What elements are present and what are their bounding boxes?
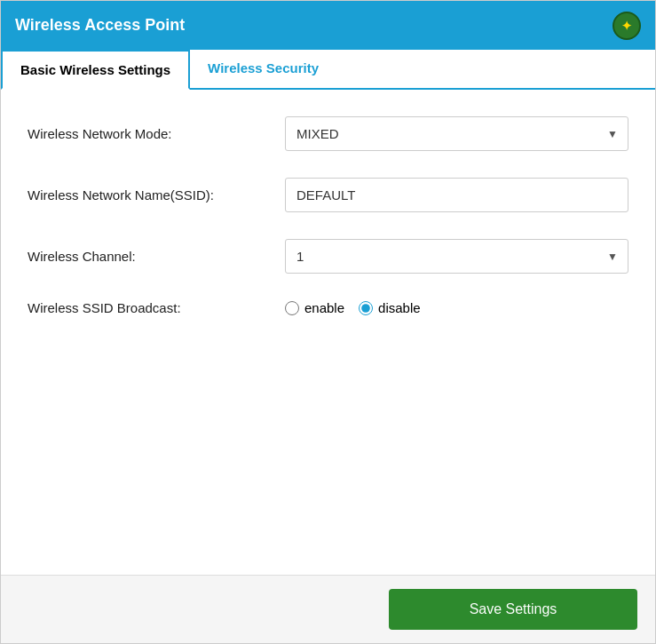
wireless-channel-wrapper: 1 2 3 4 5 6 7 8 9 10 11 [285, 239, 628, 274]
ssid-broadcast-disable-text: disable [378, 300, 421, 315]
ssid-broadcast-enable-text: enable [304, 300, 344, 315]
ssid-broadcast-disable-label[interactable]: disable [359, 300, 421, 315]
wireless-network-mode-control: MIXED B-Only G-Only N-Only Disabled [285, 116, 628, 151]
wireless-channel-label: Wireless Channel: [28, 249, 285, 264]
wireless-network-name-input[interactable] [285, 178, 628, 212]
wireless-network-name-row: Wireless Network Name(SSID): [28, 178, 628, 212]
ssid-broadcast-disable-radio[interactable] [359, 301, 373, 315]
wireless-network-mode-label: Wireless Network Mode: [28, 126, 285, 141]
form-content: Wireless Network Mode: MIXED B-Only G-On… [1, 90, 655, 575]
tab-bar: Basic Wireless Settings Wireless Securit… [1, 50, 655, 90]
title-bar: Wireless Access Point [1, 1, 655, 50]
wireless-network-name-control [285, 178, 628, 212]
tab-wireless-security[interactable]: Wireless Security [190, 50, 336, 88]
wireless-channel-control: 1 2 3 4 5 6 7 8 9 10 11 [285, 239, 628, 274]
wireless-network-mode-wrapper: MIXED B-Only G-Only N-Only Disabled [285, 116, 628, 151]
wireless-ssid-broadcast-control: enable disable [285, 300, 628, 315]
wireless-ssid-broadcast-radio-group: enable disable [285, 300, 628, 315]
window-title: Wireless Access Point [15, 16, 185, 35]
close-button[interactable] [613, 12, 641, 40]
wireless-channel-select[interactable]: 1 2 3 4 5 6 7 8 9 10 11 [285, 239, 628, 274]
footer: Save Settings [1, 575, 655, 643]
ssid-broadcast-enable-label[interactable]: enable [285, 300, 344, 315]
save-settings-button[interactable]: Save Settings [389, 589, 637, 630]
wireless-channel-row: Wireless Channel: 1 2 3 4 5 6 7 8 9 10 1… [28, 239, 628, 274]
wireless-network-mode-row: Wireless Network Mode: MIXED B-Only G-On… [28, 116, 628, 151]
tab-basic-wireless-settings[interactable]: Basic Wireless Settings [1, 50, 190, 90]
ssid-broadcast-enable-radio[interactable] [285, 301, 299, 315]
wireless-ssid-broadcast-row: Wireless SSID Broadcast: enable disable [28, 300, 628, 315]
wireless-ssid-broadcast-label: Wireless SSID Broadcast: [28, 300, 285, 315]
wireless-network-name-label: Wireless Network Name(SSID): [28, 187, 285, 203]
main-window: Wireless Access Point Basic Wireless Set… [0, 0, 656, 644]
wireless-network-mode-select[interactable]: MIXED B-Only G-Only N-Only Disabled [285, 116, 628, 151]
